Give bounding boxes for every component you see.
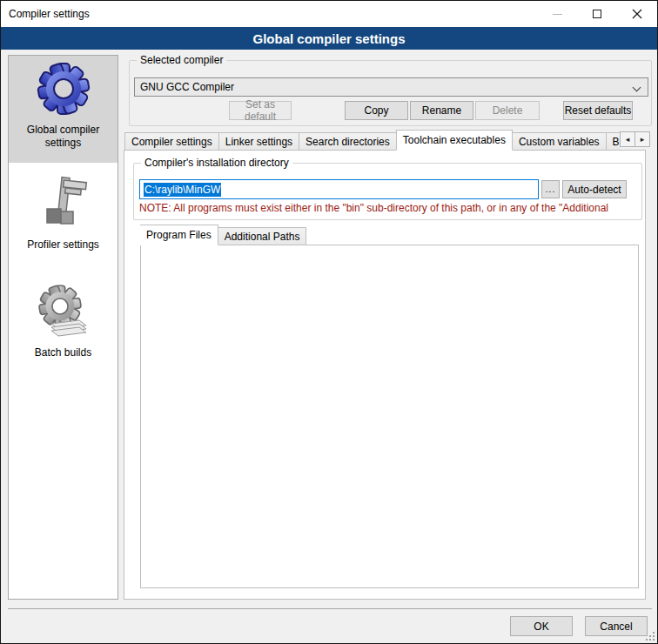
copy-button[interactable]: Copy — [345, 101, 408, 120]
install-dir-browse-button[interactable]: ... — [541, 180, 560, 198]
tab-toolchain-executables[interactable]: Toolchain executables — [396, 130, 513, 151]
program-files-panel — [140, 245, 639, 588]
header-banner: Global compiler settings — [1, 27, 657, 50]
subtab-additional-paths[interactable]: Additional Paths — [218, 227, 307, 245]
tab-custom-variables[interactable]: Custom variables — [513, 132, 607, 151]
tab-build-options[interactable]: Build options — [607, 132, 621, 151]
maximize-button[interactable] — [577, 1, 617, 27]
sidebar-item-label: Profiler settings — [27, 238, 99, 252]
maximize-icon — [593, 10, 601, 18]
ok-button[interactable]: OK — [510, 616, 573, 636]
close-button[interactable] — [617, 1, 657, 27]
main-tab-bar: Compiler settings Linker settings Search… — [124, 130, 621, 151]
sub-tab-bar: Program Files Additional Paths — [140, 224, 488, 245]
minimize-button[interactable] — [537, 1, 577, 27]
sidebar: Global compiler settings Profiler settin… — [8, 55, 118, 600]
footer-divider — [8, 608, 652, 609]
compiler-select[interactable]: GNU GCC Compiler — [134, 77, 648, 97]
delete-button[interactable]: Delete — [475, 101, 540, 120]
compiler-select-value: GNU GCC Compiler — [140, 81, 234, 93]
tab-scroll-buttons: ◂ ▸ — [621, 131, 650, 147]
tab-compiler-settings[interactable]: Compiler settings — [124, 132, 219, 151]
install-dir-group-label: Compiler's installation directory — [141, 157, 292, 169]
note-text: NOTE: All programs must exist either in … — [139, 202, 641, 214]
chevron-down-icon — [633, 84, 641, 92]
close-icon — [632, 9, 642, 19]
minimize-icon — [553, 14, 562, 15]
cancel-button[interactable]: Cancel — [585, 616, 648, 636]
resize-grip[interactable] — [646, 632, 655, 641]
sidebar-item-global-compiler-settings[interactable]: Global compiler settings — [9, 56, 118, 163]
tab-scroll-right-button[interactable]: ▸ — [634, 131, 650, 147]
install-dir-input[interactable]: C:\raylib\MinGW — [139, 179, 539, 199]
sidebar-item-label: Global compiler settings — [11, 124, 115, 150]
caliper-icon — [36, 176, 91, 231]
sidebar-item-profiler-settings[interactable]: Profiler settings — [9, 171, 118, 261]
set-as-default-button[interactable]: Set as default — [229, 101, 292, 120]
install-dir-value: C:\raylib\MinGW — [144, 183, 221, 197]
tab-search-directories[interactable]: Search directories — [299, 132, 397, 151]
titlebar: Compiler settings — [1, 1, 657, 27]
reset-defaults-button[interactable]: Reset defaults — [563, 101, 633, 120]
tab-scroll-left-button[interactable]: ◂ — [620, 131, 635, 147]
left-arrow-icon: ◂ — [626, 135, 630, 144]
tab-linker-settings[interactable]: Linker settings — [219, 132, 299, 151]
selected-compiler-group-label: Selected compiler — [137, 54, 226, 66]
autodetect-button[interactable]: Auto-detect — [562, 180, 627, 198]
subtab-program-files[interactable]: Program Files — [140, 225, 218, 245]
right-arrow-icon: ▸ — [641, 135, 645, 144]
window-title: Compiler settings — [9, 8, 90, 20]
blue-gear-icon — [36, 61, 91, 117]
rename-button[interactable]: Rename — [410, 101, 473, 120]
compiler-settings-dialog: Compiler settings Global compiler settin… — [0, 0, 658, 644]
page-title: Global compiler settings — [252, 31, 405, 46]
